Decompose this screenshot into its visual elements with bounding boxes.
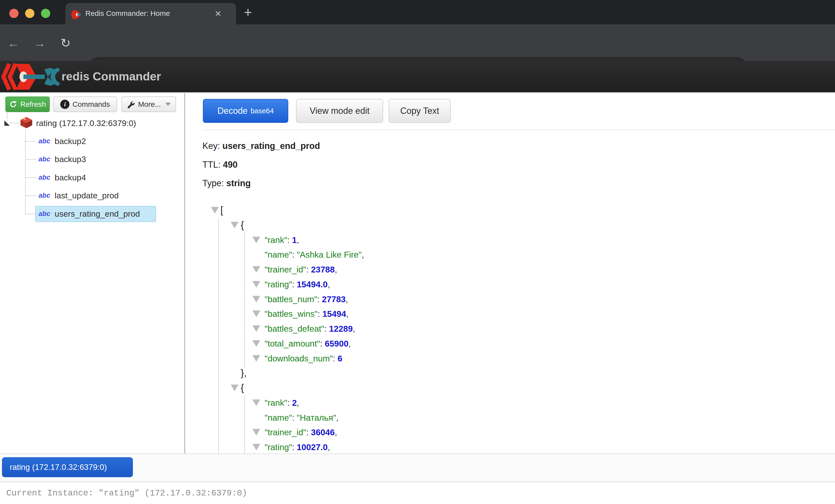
collapse-triangle-icon[interactable]	[211, 207, 219, 213]
collapse-triangle-icon[interactable]	[252, 429, 260, 436]
refresh-button[interactable]: Refresh	[5, 97, 50, 112]
key-meta-row: Key: users_rating_end_prod	[202, 141, 320, 151]
collapse-triangle-icon[interactable]	[252, 296, 260, 302]
minimize-window-button[interactable]	[25, 9, 34, 18]
copy-text-button[interactable]: Copy Text	[389, 99, 451, 123]
browser-toolbar: ← → ↻ https://redis.pokemonbattle.ru	[0, 24, 835, 61]
string-type-icon: abc	[39, 137, 50, 145]
app-title: redis Commander	[61, 70, 161, 83]
collapse-triangle-icon[interactable]	[252, 266, 260, 273]
sidebar-splitter[interactable]	[184, 93, 185, 454]
toolbar-divider-line	[203, 130, 835, 130]
collapse-triangle-icon[interactable]	[252, 237, 260, 243]
tree-guide-stub	[25, 195, 36, 196]
more-button[interactable]: More...	[121, 97, 176, 112]
view-mode-edit-button[interactable]: View mode edit	[296, 99, 383, 123]
json-row: "name": "Ashka Like Fire",	[0, 247, 835, 262]
tree-guide-line	[7, 110, 7, 120]
info-icon: i	[60, 100, 69, 109]
collapse-triangle-icon[interactable]	[252, 355, 260, 362]
close-window-button[interactable]	[9, 9, 19, 18]
back-icon[interactable]: ←	[7, 36, 20, 50]
tree-key-label: last_update_prod	[55, 191, 119, 200]
json-row-text: "downloads_num": 6	[265, 351, 342, 366]
string-type-icon: abc	[39, 210, 50, 218]
json-row: "total_amount": 65900,	[0, 336, 835, 351]
browser-tab[interactable]: Redis Commander: Home ✕	[65, 3, 236, 24]
commands-button[interactable]: i Commands	[53, 97, 117, 112]
collapse-triangle-icon[interactable]	[252, 326, 260, 332]
tree-guide-stub	[25, 159, 36, 160]
json-row-text: {	[241, 218, 244, 233]
tree-guide-stub	[10, 123, 19, 123]
json-row: "rating": 15494.0,	[0, 277, 835, 292]
new-tab-button[interactable]: +	[244, 4, 252, 20]
refresh-label: Refresh	[20, 100, 46, 108]
json-row-text: [	[221, 203, 223, 218]
key-value: users_rating_end_prod	[222, 141, 320, 151]
json-row: "battles_defeat": 12289,	[0, 321, 835, 336]
zoom-window-button[interactable]	[41, 9, 50, 18]
tree-key-users_rating_end_prod[interactable]: abcusers_rating_end_prod	[0, 206, 184, 222]
json-row-text: "name": "Наталья",	[265, 410, 339, 425]
json-row: "battles_num": 27783,	[0, 292, 835, 307]
collapse-triangle-icon[interactable]	[252, 311, 260, 317]
tree-key-label: users_rating_end_prod	[55, 209, 140, 218]
json-row-text: "rating": 15494.0,	[265, 277, 330, 292]
json-row-text: "battles_defeat": 12289,	[265, 321, 355, 336]
json-row-text: {	[241, 380, 244, 396]
browser-tab-strip: Redis Commander: Home ✕ +	[0, 0, 835, 24]
tree-key-backup2[interactable]: abcbackup2	[0, 133, 184, 149]
type-label: Type:	[202, 178, 224, 188]
redis-commander-page: { "browser": { "tab_title": "Redis Comma…	[0, 0, 835, 504]
collapse-triangle-icon[interactable]	[252, 444, 260, 450]
json-row: "trainer_id": 23788,	[0, 262, 835, 277]
tree-key-label: backup3	[55, 154, 86, 164]
json-row-text: "battles_wins": 15494,	[265, 306, 348, 321]
collapse-triangle-icon[interactable]	[252, 281, 260, 288]
ttl-label: TTL:	[202, 160, 221, 170]
string-type-icon: abc	[39, 155, 50, 163]
app-header: redis Commander	[0, 61, 835, 92]
tree-key-backup3[interactable]: abcbackup3	[0, 151, 184, 167]
json-row: "trainer_id": 36046,	[0, 425, 835, 440]
json-row-text: "trainer_id": 23788,	[265, 262, 337, 277]
tree-key-backup4[interactable]: abcbackup4	[0, 170, 184, 186]
json-row-text: "name": "Ashka Like Fire",	[265, 247, 364, 262]
close-tab-icon[interactable]: ✕	[215, 9, 222, 19]
json-row: "downloads_num": 6	[0, 351, 835, 366]
ttl-meta-row: TTL: 490	[202, 160, 238, 170]
tree-root-server[interactable]: rating (172.17.0.32:6379:0)	[36, 119, 136, 128]
collapse-triangle-icon[interactable]	[252, 399, 260, 406]
redis-commander-logo-icon	[1, 62, 61, 91]
decode-base64-button[interactable]: Decode base64	[203, 99, 288, 123]
collapse-triangle-icon[interactable]	[252, 340, 260, 347]
redis-db-cube-icon	[20, 117, 33, 129]
json-row-text: "trainer_id": 36046,	[265, 425, 337, 440]
decode-label: Decode	[217, 106, 247, 116]
copy-text-label: Copy Text	[400, 106, 439, 116]
tree-key-last_update_prod[interactable]: abclast_update_prod	[0, 188, 184, 204]
json-row: },	[0, 365, 835, 380]
tree-key-label: backup4	[55, 173, 86, 182]
current-instance-status: Current Instance: "rating" (172.17.0.32:…	[6, 488, 247, 498]
tree-guide-stub	[25, 177, 36, 178]
view-mode-label: View mode edit	[310, 106, 369, 116]
collapse-triangle-icon[interactable]	[231, 222, 239, 228]
redis-favicon-icon	[71, 9, 81, 20]
json-row: "rank": 1,	[0, 232, 835, 247]
reload-icon[interactable]: ↻	[60, 36, 71, 50]
active-instance-button[interactable]: rating (172.17.0.32:6379:0)	[2, 457, 133, 477]
tree-guide-stub	[25, 141, 36, 142]
type-meta-row: Type: string	[202, 178, 251, 188]
collapse-triangle-icon[interactable]	[231, 384, 239, 391]
collapse-triangle-icon[interactable]	[4, 120, 10, 126]
decode-sublabel: base64	[250, 107, 273, 115]
more-label: More...	[138, 100, 161, 108]
ttl-value: 490	[223, 160, 238, 170]
json-row: "battles_wins": 15494,	[0, 306, 835, 321]
tab-title: Redis Commander: Home	[85, 9, 170, 18]
forward-icon[interactable]: →	[34, 36, 46, 50]
commands-label: Commands	[73, 100, 110, 108]
status-bar: Current Instance: "rating" (172.17.0.32:…	[0, 482, 835, 504]
